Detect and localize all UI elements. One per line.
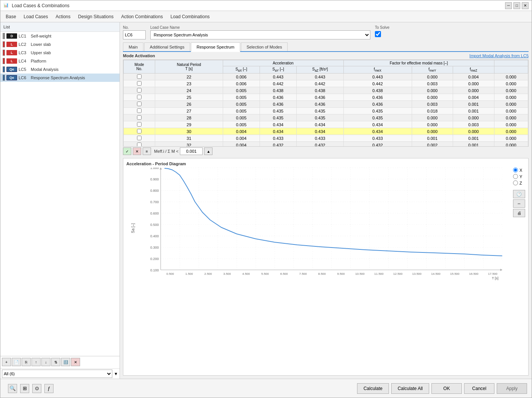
grid-icon-btn[interactable]: ⊞ [20, 384, 29, 393]
radio-z-input[interactable] [513, 180, 518, 185]
filter-label: Meff.i / Σ M < [154, 149, 178, 154]
mode-checkbox[interactable] [137, 108, 142, 113]
chart-print-button[interactable]: 🖨 [513, 209, 525, 217]
mode-checkbox[interactable] [137, 129, 142, 133]
delete-button[interactable]: ✕ [71, 358, 80, 366]
svg-text:13.500: 13.500 [412, 272, 422, 276]
chart-zoom-button[interactable]: 🕐 [513, 190, 525, 198]
svg-text:0.200: 0.200 [150, 257, 159, 261]
svg-text:11.500: 11.500 [374, 272, 384, 276]
svg-text:1.500: 1.500 [185, 272, 193, 276]
menu-action-combinations[interactable]: Action Combinations [117, 13, 167, 21]
add-case-button[interactable]: 📄 [12, 358, 21, 366]
table-row: 240.0050.4380.4380.4380.0000.0000.000 [124, 87, 528, 94]
ok-button[interactable]: OK [431, 383, 462, 394]
svg-text:15.500: 15.500 [450, 272, 460, 276]
apply-button[interactable]: Apply [497, 383, 527, 394]
menu-base[interactable]: Base [2, 13, 20, 21]
list-item-lc1[interactable]: DLC1Self-weight [0, 32, 120, 40]
main-content: List DLC1Self-weightLLC2Lower slabLLC3Up… [0, 22, 532, 379]
svg-text:12.500: 12.500 [393, 272, 403, 276]
calculate-button[interactable]: Calculate [357, 383, 389, 394]
add-button[interactable]: + [2, 358, 11, 366]
radio-y-input[interactable] [513, 174, 518, 179]
left-filter: All (6) ▼ [0, 368, 120, 379]
restore-button[interactable]: □ [513, 2, 520, 9]
cancel-button[interactable]: Cancel [464, 383, 494, 394]
main-window: 📊 Load Cases & Combinations ─ □ ✕ Base L… [0, 0, 532, 398]
radio-z: Z [513, 180, 525, 185]
window-title: Load Cases & Combinations [12, 3, 505, 8]
tab-response[interactable]: Response Spectrum [191, 42, 240, 52]
table-row: 300.0040.4340.4340.4340.0000.0000.000 [124, 128, 528, 135]
list-item-lc5[interactable]: QeLC5Modal Analysis [0, 65, 120, 74]
no-input[interactable] [123, 30, 146, 39]
table-row: 310.0040.4330.4330.4330.0010.0010.000 [124, 135, 528, 142]
formula-icon-btn[interactable]: ƒ [44, 384, 54, 393]
list-item-name: Upper slab [31, 50, 51, 55]
minimize-button[interactable]: ─ [505, 2, 512, 9]
mode-checkbox[interactable] [137, 74, 142, 79]
to-solve-checkbox[interactable] [375, 31, 381, 37]
import-link[interactable]: Import Modal Analysis from LC5 [469, 53, 529, 58]
svg-text:14.500: 14.500 [431, 272, 441, 276]
radio-x: X [513, 168, 525, 172]
svg-text:2.500: 2.500 [204, 272, 212, 276]
mode-checkbox[interactable] [137, 88, 142, 92]
move-down-button[interactable]: ↓ [41, 358, 50, 366]
svg-text:10.500: 10.500 [355, 272, 365, 276]
name-group: Load Case Name Response Spectrum Analysi… [150, 25, 370, 39]
uncheck-all-button[interactable]: ✕ [133, 147, 141, 155]
list-items: DLC1Self-weightLLC2Lower slabLLC3Upper s… [0, 32, 120, 356]
mode-checkbox[interactable] [137, 136, 142, 140]
filter-up-button[interactable]: ▲ [204, 147, 212, 155]
table-row: 250.0050.4360.4360.4360.0000.0040.000 [124, 94, 528, 101]
sort-button[interactable]: ⇅ [51, 358, 60, 366]
menu-load-cases[interactable]: Load Cases [20, 13, 52, 21]
renumber-button[interactable]: 🔢 [61, 358, 70, 366]
list-item-lc2[interactable]: LLC2Lower slab [0, 40, 120, 49]
mode-table: ModeNo. Natural PeriodT [s] Acceleration… [123, 60, 528, 147]
check-all-button[interactable]: ✓ [123, 147, 131, 155]
node-icon-btn[interactable]: ⊙ [32, 384, 41, 393]
svg-text:4.500: 4.500 [242, 272, 250, 276]
close-button[interactable]: ✕ [522, 2, 529, 9]
list-item-lc6[interactable]: QeLC6Response Spectrum Analysis [0, 74, 120, 82]
list-header: List [0, 22, 120, 32]
svg-text:0.700: 0.700 [150, 200, 159, 204]
name-select[interactable]: Response Spectrum Analysis [150, 30, 370, 39]
to-solve-label: To Solve [375, 25, 389, 30]
filter-value-input[interactable] [180, 147, 203, 155]
search-icon-btn[interactable]: 🔍 [8, 384, 17, 393]
menu-load-combinations[interactable]: Load Combinations [167, 13, 213, 21]
mode-checkbox[interactable] [137, 115, 142, 120]
mode-checkbox[interactable] [137, 122, 142, 127]
chart-axis-button[interactable]: ↔ [513, 199, 525, 208]
filter-select[interactable]: All (6) [2, 370, 112, 378]
form-row: No. Load Case Name Response Spectrum Ana… [123, 25, 529, 39]
chart-title: Acceleration - Period Diagram [126, 161, 525, 166]
svg-text:0.300: 0.300 [150, 246, 159, 249]
menu-design-situations[interactable]: Design Situations [74, 13, 117, 21]
tab-selection[interactable]: Selection of Modes [241, 42, 288, 51]
radio-y: Y [513, 174, 525, 179]
calculate-all-button[interactable]: Calculate All [391, 383, 429, 394]
mode-checkbox[interactable] [137, 102, 142, 106]
menu-actions[interactable]: Actions [52, 13, 74, 21]
move-up-button[interactable]: ↑ [31, 358, 41, 366]
mode-checkbox[interactable] [137, 95, 142, 99]
mode-checkbox[interactable] [137, 143, 142, 147]
radio-x-input[interactable] [513, 168, 518, 172]
tab-additional[interactable]: Additional Settings [144, 42, 190, 51]
mode-checkbox[interactable] [137, 81, 142, 86]
tab-main[interactable]: Main [123, 42, 143, 51]
chart-svg: 1.000 0.900 0.800 0.700 0.600 0.500 0.40… [138, 168, 525, 281]
svg-text:3.500: 3.500 [223, 272, 231, 276]
svg-text:16.500: 16.500 [469, 272, 478, 276]
list-item-lc4[interactable]: LLC4Platform [0, 57, 120, 65]
col-sax: SaX [–] [223, 66, 260, 74]
list-item-lc3[interactable]: LLC3Upper slab [0, 49, 120, 57]
filter-toggle-button[interactable]: ≡ [143, 147, 151, 155]
table-row: 320.0040.4320.4320.4320.0020.0010.000 [124, 142, 528, 147]
copy-button[interactable]: ⎘ [22, 358, 31, 366]
